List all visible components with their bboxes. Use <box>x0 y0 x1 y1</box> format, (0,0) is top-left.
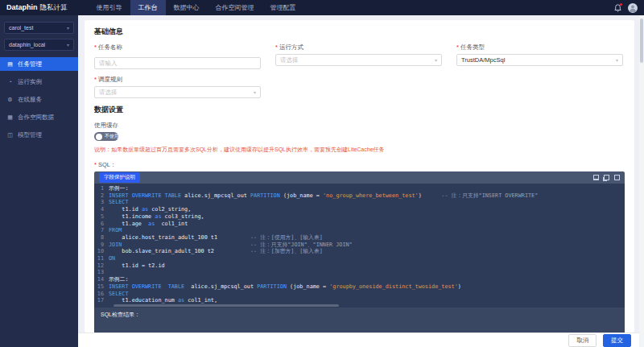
line-number: 11 <box>94 255 109 262</box>
footer-action-bar: 取消 提交 <box>78 333 644 347</box>
code-line[interactable]: 12 t1.id = t2.id <box>94 262 625 270</box>
code-line[interactable]: 9JOIN -- 注：只支持"JOIN"、"INNER JOIN" <box>94 242 625 249</box>
project-select[interactable]: dataphin_local ▾ <box>4 39 74 51</box>
editor-toolbar-icons <box>593 175 620 180</box>
submit-button[interactable]: 提交 <box>603 334 631 347</box>
line-number: 6 <box>94 221 109 228</box>
editor-toolbar: 字段保护说明 <box>94 171 625 184</box>
code-text: INSERT OVERWRITE TABLE alice.sj_mpcsql_o… <box>109 283 461 291</box>
task-type-field: 任务类型 TrustDA/MpcSql ▾ <box>456 43 623 69</box>
code-text: 示例一: <box>109 185 128 192</box>
code-line[interactable]: 17 t1.education_num as col1_int, <box>94 297 625 304</box>
sidebar-item-model-management[interactable]: ◫模型管理 <box>0 128 78 142</box>
model-management-icon: ◫ <box>6 132 14 138</box>
run-mode-field: 运行方式 请选择 ▾ <box>275 43 442 69</box>
sidebar: carol_test ▾ dataphin_local ▾ ▤任务管理◔运行实例… <box>0 15 78 347</box>
sidebar-item-run-instances[interactable]: ◔运行实例 <box>0 75 78 89</box>
form-row-1: 任务名称 运行方式 请选择 ▾ 任务类型 <box>94 43 625 69</box>
code-text: SELECT <box>109 199 129 206</box>
code-line[interactable]: 6 t1.age as col1_int <box>94 221 625 228</box>
copy-icon[interactable] <box>604 175 609 180</box>
line-number: 13 <box>94 269 109 276</box>
code-text: SELECT <box>109 291 129 298</box>
app-window: Dataphin 隐私计算 使用引导工作台数据中心合作空间管理管理配置 caro… <box>0 0 644 347</box>
code-text: FROM <box>109 227 122 234</box>
user-avatar[interactable] <box>628 3 638 13</box>
run-instances-icon: ◔ <box>6 79 14 85</box>
chevron-down-icon: ▾ <box>254 89 256 95</box>
code-area[interactable]: 1示例一:2INSERT OVERWRITE TABLE alice.sj_mp… <box>94 184 625 308</box>
code-line[interactable]: 4 t1.id as col2_string, <box>94 206 625 213</box>
code-text: INSERT OVERWRITE TABLE alice.sj_mpcsql_o… <box>109 192 538 200</box>
nav-item-admin-config[interactable]: 管理配置 <box>262 0 304 15</box>
code-text: t1.id = t2.id <box>109 262 165 270</box>
code-text: bob.slave_train_adult_100 t2 -- 注：[加密方]、… <box>109 248 323 255</box>
chevron-down-icon: ▾ <box>616 57 618 63</box>
vertical-scrollbar[interactable] <box>639 15 644 347</box>
sql-check-result-label: SQL检查结果： <box>101 312 140 317</box>
cache-hint-text: 说明：如果数据量级超过百万且需要多次SQL分析，建议使用缓存以提升SQL执行效率… <box>94 146 625 154</box>
notification-bell-icon[interactable] <box>614 4 621 12</box>
sql-check-result-panel: SQL检查结果： <box>94 308 625 333</box>
code-line[interactable]: 16SELECT <box>94 291 625 298</box>
line-number: 10 <box>94 248 109 255</box>
fullscreen-icon[interactable] <box>614 175 620 180</box>
nav-item-workbench[interactable]: 工作台 <box>130 0 166 15</box>
sidebar-item-online-services[interactable]: ⚙在线服务 <box>0 93 78 106</box>
horizontal-scrollbar[interactable] <box>114 304 339 307</box>
task-form-card: 基础信息 任务名称 运行方式 请选择 ▾ <box>85 20 634 333</box>
line-number: 4 <box>94 206 109 213</box>
code-line[interactable]: 13 <box>94 269 625 276</box>
schedule-select[interactable]: 请选择 ▾ <box>94 86 261 98</box>
code-text: t1.id as col2_string, <box>109 206 191 213</box>
code-line[interactable]: 11ON <box>94 255 625 262</box>
code-text: t1.age as col1_int <box>109 221 188 228</box>
form-row-2: 调度规则 请选择 ▾ <box>94 76 625 98</box>
nav-item-workspace-management[interactable]: 合作空间管理 <box>208 0 262 15</box>
field-protection-button[interactable]: 字段保护说明 <box>99 172 140 183</box>
line-number: 5 <box>94 213 109 221</box>
task-name-input[interactable] <box>94 57 261 69</box>
line-number: 12 <box>94 262 109 270</box>
cache-toggle[interactable]: 不使用 <box>94 132 118 141</box>
sidebar-item-label: 模型管理 <box>18 131 42 139</box>
code-line[interactable]: 10 bob.slave_train_adult_100 t2 -- 注：[加密… <box>94 248 625 255</box>
line-number: 9 <box>94 242 109 249</box>
schedule-label: 调度规则 <box>94 76 261 84</box>
toggle-text: 不使用 <box>105 133 119 140</box>
brand-name: Dataphin <box>6 3 38 11</box>
nav-item-guide[interactable]: 使用引导 <box>89 0 130 15</box>
code-line[interactable]: 3SELECT <box>94 199 625 206</box>
section-data-settings-title: 数据设置 <box>94 105 625 115</box>
schedule-placeholder: 请选择 <box>99 89 118 97</box>
top-nav-menu: 使用引导工作台数据中心合作空间管理管理配置 <box>89 0 304 15</box>
format-icon[interactable] <box>593 175 599 180</box>
task-name-field: 任务名称 <box>94 43 261 69</box>
main-area: 基础信息 任务名称 运行方式 请选择 ▾ <box>78 15 644 347</box>
code-text: t1.income as col3_string, <box>109 213 204 221</box>
cancel-button[interactable]: 取消 <box>568 334 597 347</box>
online-services-icon: ⚙ <box>6 97 14 103</box>
sidebar-item-workspace-data[interactable]: ▦合作空间数据 <box>0 110 78 124</box>
scrollbar-thumb[interactable] <box>640 19 643 63</box>
code-text: alice.host_train_adult_100 t1 -- 注：[使用方]… <box>109 234 323 242</box>
line-number: 15 <box>94 283 109 291</box>
code-line[interactable]: 15INSERT OVERWRITE TABLE alice.sj_mpcsql… <box>94 283 625 291</box>
nav-item-data-center[interactable]: 数据中心 <box>166 0 208 15</box>
top-navbar: Dataphin 隐私计算 使用引导工作台数据中心合作空间管理管理配置 <box>0 0 644 15</box>
code-line[interactable]: 8 alice.host_train_adult_100 t1 -- 注：[使用… <box>94 234 625 242</box>
project-select-value: dataphin_local <box>9 42 45 48</box>
task-type-select[interactable]: TrustDA/MpcSql ▾ <box>456 54 623 66</box>
run-mode-select[interactable]: 请选择 ▾ <box>275 54 442 66</box>
sidebar-item-task-management[interactable]: ▤任务管理 <box>0 57 78 71</box>
code-line[interactable]: 5 t1.income as col3_string, <box>94 213 625 221</box>
sql-editor: 字段保护说明 1示例一:2INSERT OVERWRITE TABLE alic… <box>94 171 625 333</box>
code-line[interactable]: 7FROM <box>94 227 625 234</box>
workspace-select[interactable]: carol_test ▾ <box>4 22 74 34</box>
code-line[interactable]: 14示例二: <box>94 276 625 283</box>
sidebar-item-label: 合作空间数据 <box>18 114 54 122</box>
code-line[interactable]: 2INSERT OVERWRITE TABLE alice.sj_mpcsql_… <box>94 192 625 200</box>
notification-dot <box>620 3 622 6</box>
code-line[interactable]: 1示例一: <box>94 185 625 192</box>
line-number: 8 <box>94 234 109 242</box>
